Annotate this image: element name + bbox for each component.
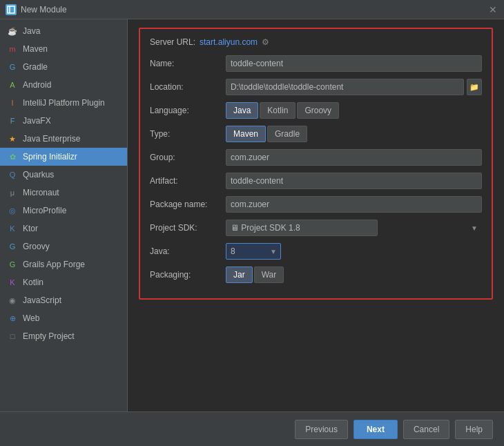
gradle-icon: G: [7, 61, 18, 72]
empty-icon: □: [7, 331, 18, 342]
java-value: 8 11 17 ▼: [226, 243, 482, 260]
packaging-label: Packaging:: [150, 270, 226, 280]
sidebar-label-javascript: JavaScript: [23, 295, 61, 305]
project-sdk-row: Project SDK: 🖥 Project SDK 1.8 ▼: [150, 220, 482, 236]
sdk-dropdown-arrow: ▼: [471, 224, 478, 232]
sidebar: ☕ Java m Maven G Gradle A Android I Inte…: [0, 19, 128, 411]
sidebar-item-javafx[interactable]: F JavaFX: [0, 112, 127, 130]
previous-button[interactable]: Previous: [295, 420, 348, 439]
type-row: Type: MavenGradle: [150, 126, 482, 142]
ktor-icon: K: [7, 223, 18, 234]
java-dropdown[interactable]: 8 11 17: [226, 243, 281, 260]
type-btn-gradle[interactable]: Gradle: [267, 126, 307, 142]
sidebar-item-javascript[interactable]: ◉ JavaScript: [0, 291, 127, 309]
sidebar-item-quarkus[interactable]: Q Quarkus: [0, 166, 127, 184]
artifact-row: Artifact:: [150, 173, 482, 189]
form-box: Server URL: start.aliyun.com ⚙ Name: Loc…: [139, 28, 493, 300]
sidebar-label-gradle: Gradle: [23, 62, 48, 72]
artifact-input[interactable]: [226, 173, 482, 189]
grails-icon: G: [7, 259, 18, 270]
name-row: Name:: [150, 55, 482, 72]
type-options: MavenGradle: [226, 126, 482, 142]
svg-rect-0: [8, 6, 14, 13]
server-url-link[interactable]: start.aliyun.com: [200, 37, 258, 47]
sidebar-label-android: Android: [23, 80, 51, 90]
javafx-icon: F: [7, 115, 18, 126]
java-icon: ☕: [7, 26, 18, 37]
name-label: Name:: [150, 59, 226, 68]
sidebar-item-spring[interactable]: ✿ Spring Initializr: [0, 148, 127, 166]
cancel-button[interactable]: Cancel: [403, 420, 449, 439]
sidebar-label-javafx: JavaFX: [23, 116, 51, 126]
java-row: Java: 8 11 17 ▼: [150, 243, 482, 260]
help-button[interactable]: Help: [455, 420, 493, 439]
sidebar-item-java[interactable]: ☕ Java: [0, 22, 127, 40]
sidebar-item-ktor[interactable]: K Ktor: [0, 220, 127, 237]
name-value: [226, 55, 482, 72]
sidebar-label-micronaut: Micronaut: [23, 188, 59, 197]
sidebar-item-android[interactable]: A Android: [0, 76, 127, 94]
sidebar-label-intellij: IntelliJ Platform Plugin: [23, 98, 105, 108]
title-bar: New Module ✕: [0, 0, 504, 19]
type-label: Type:: [150, 129, 226, 139]
project-sdk-label: Project SDK:: [150, 223, 226, 233]
sidebar-item-grails[interactable]: G Grails App Forge: [0, 255, 127, 273]
sidebar-item-empty[interactable]: □ Empty Project: [0, 327, 127, 345]
packaging-btn-war[interactable]: War: [254, 266, 284, 283]
package-name-row: Package name:: [150, 196, 482, 213]
project-sdk-wrap: 🖥 Project SDK 1.8 ▼: [226, 220, 482, 236]
sidebar-label-web: Web: [23, 313, 39, 323]
sidebar-item-micronaut[interactable]: μ Micronaut: [0, 184, 127, 202]
sidebar-item-maven[interactable]: m Maven: [0, 40, 127, 58]
close-button[interactable]: ✕: [487, 4, 498, 15]
quarkus-icon: Q: [7, 169, 18, 180]
sidebar-item-intellij[interactable]: I IntelliJ Platform Plugin: [0, 94, 127, 112]
group-label: Group:: [150, 153, 226, 162]
location-wrap: 📁: [226, 79, 482, 95]
sidebar-label-empty: Empty Project: [23, 331, 75, 341]
sidebar-item-microprofile[interactable]: ◎ MicroProfile: [0, 202, 127, 220]
web-icon: ⊕: [7, 313, 18, 324]
server-url-row: Server URL: start.aliyun.com ⚙: [150, 37, 482, 47]
sidebar-label-enterprise: Java Enterprise: [23, 134, 80, 144]
sidebar-item-kotlin[interactable]: K Kotlin: [0, 273, 127, 291]
sidebar-label-java: Java: [23, 26, 40, 36]
language-btn-groovy[interactable]: Groovy: [297, 102, 339, 119]
language-btn-kotlin[interactable]: Kotlin: [260, 102, 295, 119]
spring-icon: ✿: [7, 151, 18, 162]
location-input[interactable]: [226, 79, 464, 95]
sidebar-label-maven: Maven: [23, 44, 48, 54]
package-name-input[interactable]: [226, 196, 482, 213]
intellij-icon: I: [7, 97, 18, 108]
sidebar-item-groovy[interactable]: G Groovy: [0, 237, 127, 255]
settings-icon[interactable]: ⚙: [262, 37, 269, 47]
group-value: [226, 149, 482, 166]
app-icon: [6, 4, 17, 15]
sidebar-item-web[interactable]: ⊕ Web: [0, 309, 127, 327]
enterprise-icon: ★: [7, 133, 18, 144]
language-btn-java[interactable]: Java: [226, 102, 258, 119]
sidebar-label-groovy: Groovy: [23, 242, 50, 251]
maven-icon: m: [7, 43, 18, 55]
type-btn-maven[interactable]: Maven: [226, 126, 266, 142]
packaging-row: Packaging: JarWar: [150, 266, 482, 283]
java-label: Java:: [150, 246, 226, 256]
sidebar-label-microprofile: MicroProfile: [23, 206, 66, 215]
language-row: Language: JavaKotlinGroovy: [150, 102, 482, 119]
project-sdk-dropdown[interactable]: 🖥 Project SDK 1.8: [226, 220, 378, 236]
java-dropdown-wrap: 8 11 17 ▼: [226, 243, 281, 260]
packaging-btn-jar[interactable]: Jar: [226, 266, 253, 283]
sidebar-item-gradle[interactable]: G Gradle: [0, 58, 127, 76]
folder-button[interactable]: 📁: [467, 79, 482, 95]
group-input[interactable]: [226, 149, 482, 166]
content-panel: Server URL: start.aliyun.com ⚙ Name: Loc…: [128, 19, 504, 411]
packaging-options: JarWar: [226, 266, 482, 283]
sidebar-label-quarkus: Quarkus: [23, 170, 54, 180]
name-input[interactable]: [226, 55, 482, 72]
next-button[interactable]: Next: [353, 420, 398, 439]
sidebar-item-enterprise[interactable]: ★ Java Enterprise: [0, 130, 127, 148]
language-options: JavaKotlinGroovy: [226, 102, 482, 119]
main-layout: ☕ Java m Maven G Gradle A Android I Inte…: [0, 19, 504, 411]
dialog-title: New Module: [21, 5, 487, 14]
group-row: Group:: [150, 149, 482, 166]
